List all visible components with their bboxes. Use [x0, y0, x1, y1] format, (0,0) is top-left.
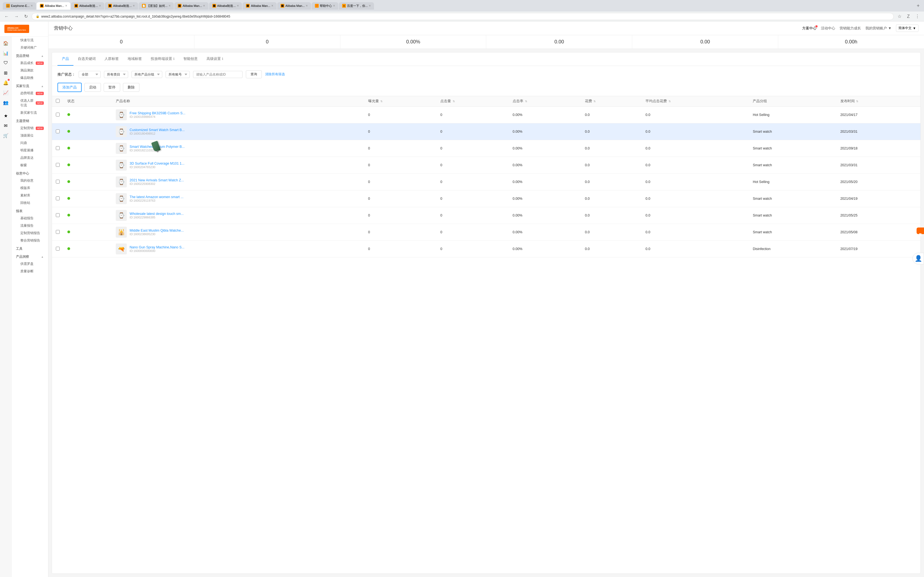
tab-audience[interactable]: 人群标签	[100, 53, 123, 66]
row-checkbox-r4[interactable]	[56, 163, 60, 167]
sidebar-item-basic-report[interactable]: 基础报告	[11, 214, 48, 222]
tab-close-t1[interactable]: ×	[31, 4, 33, 8]
select-all-checkbox[interactable]	[56, 99, 60, 103]
sidebar-icon-shield[interactable]: 🛡	[2, 58, 10, 67]
sidebar-item-supply[interactable]: 供需罗盘	[11, 260, 48, 268]
tab-region[interactable]: 地域标签	[123, 53, 146, 66]
tab-close-t2[interactable]: ×	[65, 4, 67, 8]
sidebar-icon-chart[interactable]: 📊	[2, 48, 10, 57]
account-filter-select[interactable]: 所有账号	[166, 71, 190, 78]
category-filter-select[interactable]: 所有类目	[104, 71, 128, 78]
tab-advanced[interactable]: 高级设置ℹ	[202, 53, 228, 66]
sidebar-item-star-show[interactable]: 明星展播	[11, 147, 48, 154]
tab-close-t8[interactable]: ×	[271, 4, 273, 8]
sidebar-item-customize[interactable]: 定制营销 NEW	[11, 124, 48, 132]
tab-close-t6[interactable]: ×	[203, 4, 205, 8]
sidebar-item-window[interactable]: 橱窗	[11, 161, 48, 169]
sidebar-icon-grid[interactable]: ⊞	[2, 68, 10, 77]
browser-tab-t11[interactable]: B百度一下，你...×	[339, 2, 374, 10]
row-checkbox-r3[interactable]	[56, 146, 60, 150]
sidebar-item-top[interactable]: 顶级展位	[11, 132, 48, 139]
sidebar-group-creative[interactable]: 创意中心	[11, 169, 48, 177]
sidebar-item-keyword[interactable]: 关键词推广	[11, 44, 48, 52]
row-checkbox-r2[interactable]	[56, 129, 60, 133]
marketing-growth-link[interactable]: 营销能力成长	[840, 26, 861, 31]
row-checkbox-r6[interactable]	[56, 197, 60, 200]
row-checkbox-r1[interactable]	[56, 113, 60, 116]
product-group-filter-select[interactable]: 所有产品分组	[131, 71, 162, 78]
query-button[interactable]: 查询	[246, 70, 262, 78]
product-name-r7[interactable]: Wholesale latest design touch sm...	[129, 212, 184, 216]
row-checkbox-r5[interactable]	[56, 180, 60, 184]
sidebar-icon-shop[interactable]: 🛒	[2, 131, 10, 140]
sidebar-item-material[interactable]: 素材库	[11, 192, 48, 199]
row-checkbox-r8[interactable]	[56, 230, 60, 234]
sort-clicks-icon[interactable]: ⇅	[453, 100, 455, 103]
sidebar-item-my-creative[interactable]: 我的创意	[11, 177, 48, 184]
product-name-r9[interactable]: Nano Gun Spray Machine,Nano S...	[129, 245, 184, 249]
tab-close-t11[interactable]: ×	[369, 4, 371, 8]
forward-button[interactable]: →	[13, 13, 20, 20]
solution-center-link[interactable]: 方案中心	[802, 26, 816, 31]
product-name-r2[interactable]: Customized Smart Watch Smart B...	[129, 128, 184, 132]
sidebar-item-new-buyer[interactable]: 新买家引流	[11, 109, 48, 116]
sidebar-group-goods[interactable]: 货品营销 ▲	[11, 52, 48, 60]
sidebar-item-quality[interactable]: 质量诊断	[11, 268, 48, 275]
tab-close-t4[interactable]: ×	[133, 4, 135, 8]
add-product-button[interactable]: 添加产品	[58, 83, 82, 92]
sidebar-group-theme[interactable]: 主题营销	[11, 116, 48, 124]
sidebar-icon-home[interactable]: 🏠	[2, 39, 10, 48]
tab-keywords[interactable]: 自选关键词	[73, 53, 100, 66]
browser-tab-t7[interactable]: 🅰Alibaba制造...×	[209, 2, 242, 10]
product-name-r4[interactable]: 3D Surface Full Coverage M101 1...	[129, 161, 184, 165]
sidebar-icon-star[interactable]: ★	[2, 111, 10, 120]
sidebar-group-product-insight[interactable]: 产品洞察 ▲	[11, 252, 48, 260]
tab-close-t10[interactable]: ×	[333, 4, 335, 8]
browser-tab-t3[interactable]: 🅰Alibaba制造...×	[71, 2, 104, 10]
sidebar-group-buyer[interactable]: 买家引流 ▲	[11, 82, 48, 90]
sort-impressions-icon[interactable]: ⇅	[380, 100, 383, 103]
my-account-link[interactable]: 我的营销账户 ▼	[866, 26, 892, 31]
sidebar-icon-users[interactable]: 👥	[2, 98, 10, 107]
browser-tab-t10[interactable]: ❓帮助中心×	[312, 2, 338, 10]
sidebar-item-total-report[interactable]: 整合营销报告	[11, 237, 48, 244]
browser-tab-t5[interactable]: 📄【置顶】如何...×	[139, 2, 174, 10]
tab-placement[interactable]: 投放终端设置ℹ	[146, 53, 179, 66]
tab-products[interactable]: 产品	[58, 53, 73, 66]
sidebar-icon-notification[interactable]: 🔔	[2, 78, 10, 87]
reload-button[interactable]: ↻	[23, 13, 29, 20]
sidebar-item-explosive[interactable]: 爆品助推	[11, 74, 48, 82]
address-bar[interactable]: 🔒 www2.alibaba.com/campaign_detail.htm?s…	[32, 13, 894, 20]
browser-tab-t2[interactable]: 🅰Alibaba Man...×	[37, 2, 70, 10]
sort-spend-icon[interactable]: ⇅	[593, 100, 596, 103]
account-button[interactable]: Z	[905, 13, 911, 20]
clear-filter-button[interactable]: 清除所有筛选	[265, 72, 285, 77]
product-name-r1[interactable]: Free Shipping BK3259B Custom S...	[129, 111, 185, 115]
faq-panel[interactable]: 常见问题	[917, 227, 924, 234]
browser-tab-t8[interactable]: 🅰Alibaba Man...×	[242, 2, 276, 10]
product-name-r3[interactable]: Smart Watches Lithium Polymer B...	[129, 145, 184, 149]
browser-tab-t6[interactable]: 🅰Alibaba Man...×	[174, 2, 208, 10]
sidebar-icon-send[interactable]: ✉	[2, 121, 10, 130]
menu-button[interactable]: ⋮	[914, 13, 921, 20]
start-button[interactable]: 启动	[84, 83, 101, 92]
product-name-r8[interactable]: Middle East Muslim Qibla Watche...	[129, 229, 184, 232]
sidebar-item-test[interactable]: 测品测款	[11, 67, 48, 74]
sidebar-item-brand[interactable]: 品牌直达	[11, 154, 48, 161]
row-checkbox-r9[interactable]	[56, 247, 60, 251]
new-tab-button[interactable]: +	[915, 2, 921, 9]
row-checkbox-r7[interactable]	[56, 213, 60, 217]
sidebar-item-template[interactable]: 模版库	[11, 184, 48, 192]
product-name-r6[interactable]: The latest Amazon women smart ...	[129, 195, 183, 199]
tab-close-t7[interactable]: ×	[237, 4, 239, 8]
sidebar-group-report[interactable]: 报表	[11, 206, 48, 214]
sidebar-icon-analytics[interactable]: 📈	[2, 88, 10, 97]
sidebar-item-quick[interactable]: 快速引流	[11, 37, 48, 44]
bookmark-button[interactable]: ☆	[896, 13, 903, 20]
browser-tab-t4[interactable]: 🅰Alibaba制造...×	[105, 2, 138, 10]
sort-ctr-icon[interactable]: ⇅	[525, 100, 527, 103]
back-button[interactable]: ←	[3, 13, 10, 20]
product-name-r5[interactable]: 2021 New Arrivals Smart Watch Z...	[129, 178, 184, 182]
tab-close-t5[interactable]: ×	[169, 4, 171, 8]
sidebar-item-recycle[interactable]: 回收站	[11, 199, 48, 206]
